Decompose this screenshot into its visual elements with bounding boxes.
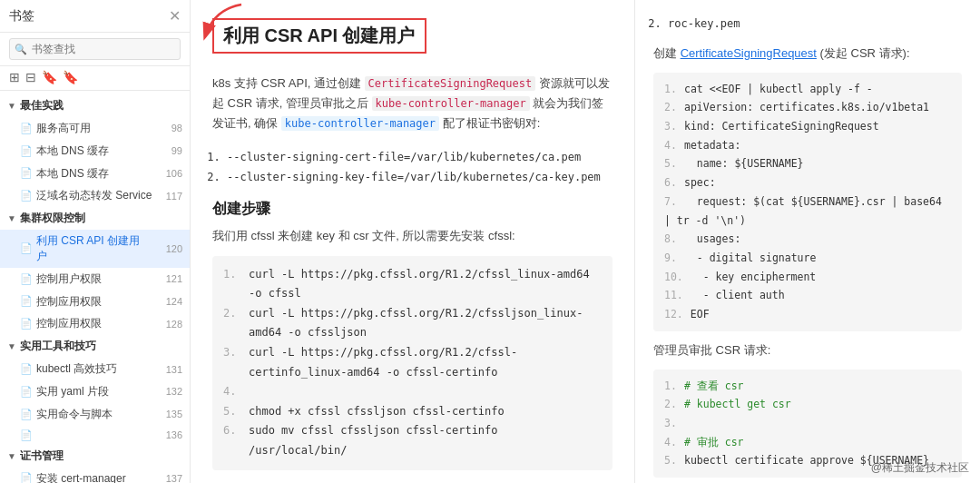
page-number: 124 xyxy=(166,296,182,307)
nav-item-label: 控制用户权限 xyxy=(36,271,166,287)
nav-item-label: 控制应用权限 xyxy=(36,294,166,310)
nav-group-cert[interactable]: ▼ 证书管理 xyxy=(0,445,190,468)
nav-item-label: 本地 DNS 缓存 xyxy=(36,143,172,159)
nav-item-label: kubectl 高效技巧 xyxy=(36,361,166,377)
doc-icon: 📄 xyxy=(20,167,33,179)
nav-item-label: 控制应用权限 xyxy=(36,316,166,331)
nav-item-yaml[interactable]: 📄 实用 yaml 片段 132 xyxy=(0,380,190,403)
toolbar-icon-4[interactable]: 🔖 xyxy=(63,70,78,84)
search-input[interactable] xyxy=(9,38,181,60)
page-number: 99 xyxy=(172,145,182,156)
doc-icon: 📄 xyxy=(20,386,33,398)
doc-icon: 📄 xyxy=(20,472,33,483)
page-number: 131 xyxy=(166,364,182,375)
username-title: 指定要创建的用户名: xyxy=(212,479,612,484)
sidebar: 书签 ✕ 🔍 ⊞ ⊟ 🔖 🔖 ▼ 最佳实践 📄 服务高可用 98 📄 本地 DN… xyxy=(0,0,191,483)
sidebar-search-area: 🔍 xyxy=(0,33,190,66)
doc-left-panel: 利用 CSR API 创建用户 k8s 支持 CSR API, 通过创建 Cer… xyxy=(191,0,635,483)
page-number: 128 xyxy=(166,319,182,330)
doc-icon: 📄 xyxy=(20,409,33,420)
csr-code-block: 1.cat <<EOF | kubectl apply -f - 2.apiVe… xyxy=(653,73,962,331)
group-label: 证书管理 xyxy=(20,448,64,464)
nav-group-tools[interactable]: ▼ 实用工具和技巧 xyxy=(0,335,190,358)
doc-icon: 📄 xyxy=(20,242,33,254)
nav-item-user-perm[interactable]: 📄 控制用户权限 121 xyxy=(0,268,190,291)
nav-item-label: 本地 DNS 缓存 xyxy=(36,166,166,182)
doc-intro: k8s 支持 CSR API, 通过创建 CertificateSigningR… xyxy=(212,74,612,133)
nav-item-extra[interactable]: 📄 136 xyxy=(0,426,190,445)
create-csr-label: 创建 CertificateSigningRequest (发起 CSR 请求)… xyxy=(653,44,962,64)
group-label: 最佳实践 xyxy=(20,98,64,113)
sidebar-header: 书签 ✕ xyxy=(0,0,190,33)
nav-group-best-practices[interactable]: ▼ 最佳实践 xyxy=(0,94,190,117)
nav-item-label: 安装 cert-manager xyxy=(36,471,166,483)
doc-icon: 📄 xyxy=(20,190,33,202)
doc-icon: 📄 xyxy=(20,145,33,157)
signing-files-list: --cluster-signing-cert-file=/var/lib/kub… xyxy=(212,148,612,187)
list-item: roc-key.pem xyxy=(668,15,962,34)
approve-title: 管理员审批 CSR 请求: xyxy=(653,340,962,360)
inline-code-kube-ctrl: kube-controller-manager xyxy=(372,96,530,111)
nav-group-rbac[interactable]: ▼ 集群权限控制 xyxy=(0,207,190,230)
title-section: 利用 CSR API 创建用户 xyxy=(212,18,612,64)
nav-item-dns-cache-2[interactable]: 📄 本地 DNS 缓存 106 xyxy=(0,163,190,185)
sidebar-toolbar: ⊞ ⊟ 🔖 🔖 xyxy=(0,66,190,91)
inline-code-csr: CertificateSigningRequest xyxy=(365,76,536,91)
nav-item-dns-cache[interactable]: 📄 本地 DNS 缓存 99 xyxy=(0,140,190,163)
close-sidebar-button[interactable]: ✕ xyxy=(169,7,181,25)
doc-icon: 📄 xyxy=(20,429,33,441)
doc-right-panel: roc-key.pem 创建 CertificateSigningRequest… xyxy=(635,0,980,483)
doc-icon: 📄 xyxy=(20,273,33,285)
toolbar-icon-3[interactable]: 🔖 xyxy=(42,70,57,84)
nav-item-service[interactable]: 📄 泛域名动态转发 Service 117 xyxy=(0,184,190,207)
page-number: 117 xyxy=(166,191,182,202)
list-item: --cluster-signing-key-file=/var/lib/kube… xyxy=(227,168,612,188)
doc-icon: 📄 xyxy=(20,363,33,375)
doc-icon: 📄 xyxy=(20,123,33,134)
nav-item-label: 泛域名动态转发 Service xyxy=(36,188,166,203)
nav-item-app-perm-2[interactable]: 📄 控制应用权限 128 xyxy=(0,312,190,335)
doc-icon: 📄 xyxy=(20,295,33,307)
nav-item-label: 利用 CSR API 创建用户 xyxy=(36,233,166,264)
doc-title-box: 利用 CSR API 创建用户 xyxy=(212,18,426,54)
cfssl-commands-block: 1.curl -L https://pkg.cfssl.org/R1.2/cfs… xyxy=(212,256,612,470)
expand-icon: ▼ xyxy=(7,341,16,351)
list-item: --cluster-signing-cert-file=/var/lib/kub… xyxy=(227,148,612,168)
inline-code-kube-ctrl-2: kube-controller-manager xyxy=(281,116,439,131)
nav-item-label: 服务高可用 xyxy=(36,121,172,136)
doc-icon: 📄 xyxy=(20,318,33,330)
nav-item-label: 实用 yaml 片段 xyxy=(36,384,166,399)
csr-request-link[interactable]: CertificateSigningRequest xyxy=(681,46,817,60)
page-number: 106 xyxy=(166,168,182,179)
page-number: 136 xyxy=(166,429,182,440)
page-number: 121 xyxy=(166,273,182,284)
expand-icon: ▼ xyxy=(7,101,16,111)
main-content: 利用 CSR API 创建用户 k8s 支持 CSR API, 通过创建 Cer… xyxy=(191,0,980,483)
page-number: 132 xyxy=(166,386,182,397)
expand-icon: ▼ xyxy=(7,213,16,223)
group-label: 实用工具和技巧 xyxy=(20,339,96,354)
nav-item-cert-manager[interactable]: 📄 安装 cert-manager 137 xyxy=(0,468,190,483)
group-label: 集群权限控制 xyxy=(20,211,85,226)
nav-item-label: 实用命令与脚本 xyxy=(36,407,166,422)
sidebar-title: 书签 xyxy=(9,8,34,25)
nav-item-cmd[interactable]: 📄 实用命令与脚本 135 xyxy=(0,403,190,426)
nav-item-ha[interactable]: 📄 服务高可用 98 xyxy=(0,117,190,140)
doc-title: 利用 CSR API 创建用户 xyxy=(223,24,416,48)
right-files-list: roc-key.pem xyxy=(653,15,962,34)
create-steps-intro: 我们用 cfssl 来创建 key 和 csr 文件, 所以需要先安装 cfss… xyxy=(212,226,612,246)
search-icon: 🔍 xyxy=(15,44,27,55)
nav-item-kubectl[interactable]: 📄 kubectl 高效技巧 131 xyxy=(0,358,190,380)
toolbar-icon-1[interactable]: ⊞ xyxy=(9,70,20,84)
page-number: 135 xyxy=(166,409,182,419)
sidebar-nav: ▼ 最佳实践 📄 服务高可用 98 📄 本地 DNS 缓存 99 📄 本地 DN… xyxy=(0,91,190,483)
nav-item-csr-api[interactable]: 📄 利用 CSR API 创建用户 120 xyxy=(0,230,190,268)
toolbar-icon-2[interactable]: ⊟ xyxy=(25,70,36,84)
create-steps-title: 创建步骤 xyxy=(212,200,612,219)
page-number: 120 xyxy=(166,243,182,254)
watermark: @稀土掘金技术社区 xyxy=(871,460,969,476)
expand-icon: ▼ xyxy=(7,451,16,461)
page-number: 98 xyxy=(172,123,182,133)
nav-item-app-perm[interactable]: 📄 控制应用权限 124 xyxy=(0,291,190,313)
page-number: 137 xyxy=(166,473,182,483)
